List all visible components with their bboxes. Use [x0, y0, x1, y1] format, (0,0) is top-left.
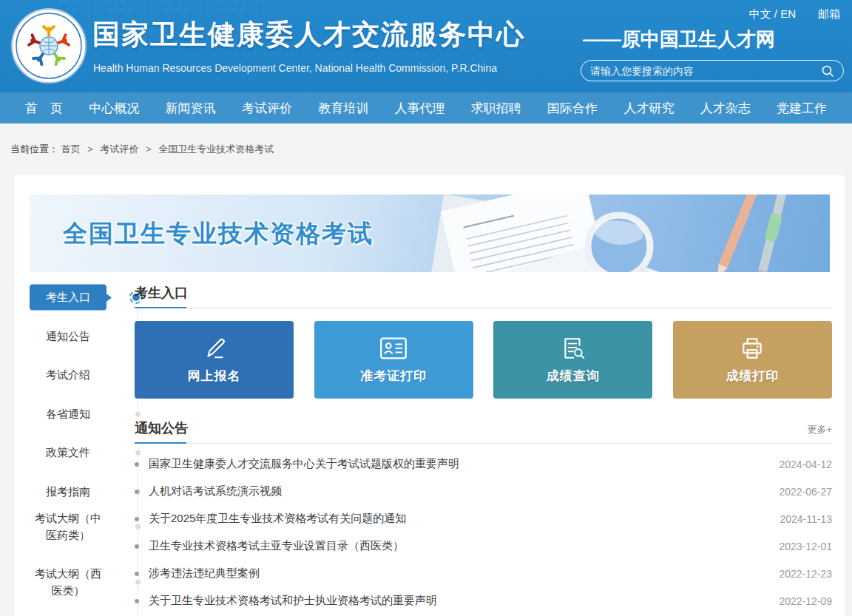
entry-button-label: 网上报名	[188, 368, 241, 385]
bullet-icon	[135, 490, 139, 494]
nav-item-exam[interactable]: 考试评价	[242, 100, 292, 117]
score-search-icon	[560, 336, 586, 361]
sidebar-item-syllabus-tcm[interactable]: 考试大纲（中医药类）	[30, 510, 106, 544]
banner-illustration	[416, 194, 830, 272]
notice-date: 2022-12-09	[779, 595, 832, 607]
sidebar-item-label: 政策文件	[46, 446, 90, 458]
section-divider	[135, 308, 832, 308]
sidebar-item-label: 考生入口	[46, 291, 90, 303]
sidebar-item-label: 考试大纲（中医药类）	[35, 512, 101, 541]
site-subtitle: Health Human Resources Development Cente…	[93, 62, 497, 74]
bullet-icon	[135, 599, 139, 603]
notice-date: 2022-12-23	[779, 568, 832, 580]
nav-item-education[interactable]: 教育培训	[318, 100, 368, 117]
notice-row[interactable]: 涉考违法违纪典型案例 2022-12-23	[135, 560, 832, 587]
more-link[interactable]: 更多+	[807, 423, 832, 436]
sidebar-item-guide[interactable]: 报考指南	[30, 483, 106, 500]
sidebar-item-policies[interactable]: 政策文件	[30, 444, 106, 461]
search-input[interactable]	[590, 65, 821, 77]
pencil-icon	[201, 336, 228, 361]
admission-ticket-print-button[interactable]: 准考证打印	[314, 321, 473, 399]
pen-shape	[754, 194, 792, 272]
notice-row[interactable]: 关于2025年度卫生专业技术资格考试有关问题的通知 2024-11-13	[135, 505, 832, 532]
nav-item-about[interactable]: 中心概况	[89, 100, 139, 117]
page-body: 当前位置： 首页 > 考试评价 > 全国卫生专业技术资格考试 全国卫生专业技术资…	[0, 123, 852, 616]
notice-title[interactable]: 卫生专业技术资格考试主亚专业设置目录（西医类）	[149, 539, 779, 553]
notice-row[interactable]: 关于卫生专业技术资格考试和护士执业资格考试的重要声明 2022-12-09	[135, 587, 832, 615]
main-nav: 首 页 中心概况 新闻资讯 考试评价 教育培训 人事代理 求职招聘 国际合作 人…	[0, 92, 852, 123]
sidebar-item-label: 考试大纲（西医类）	[35, 567, 101, 597]
page-banner: 全国卫生专业技术资格考试	[30, 194, 830, 272]
nav-item-research[interactable]: 人才研究	[623, 100, 674, 117]
notice-date: 2023-12-01	[779, 541, 832, 552]
nav-item-party[interactable]: 党建工作	[777, 100, 827, 117]
notice-section-title: 通知公告	[135, 420, 188, 436]
site-logo[interactable]	[10, 7, 87, 84]
sidebar-item-label: 报考指南	[46, 485, 90, 498]
site-header: 国家卫生健康委人才交流服务中心 Health Human Resources D…	[0, 0, 852, 92]
nav-item-jobs[interactable]: 求职招聘	[471, 100, 521, 117]
score-print-button[interactable]: 成绩打印	[673, 321, 832, 399]
sidebar-item-entry[interactable]: 考生入口	[30, 284, 106, 310]
site-alias: ——原中国卫生人才网	[583, 27, 775, 53]
main-content: 考生入口 网上报名	[135, 285, 832, 615]
score-query-button[interactable]: 成绩查询	[493, 321, 652, 399]
notice-title[interactable]: 关于2025年度卫生专业技术资格考试有关问题的通知	[149, 512, 780, 526]
nav-item-home[interactable]: 首 页	[25, 100, 63, 117]
lang-switch-link[interactable]: 中文 / EN	[749, 7, 796, 21]
sidebar-item-syllabus-western[interactable]: 考试大纲（西医类）	[30, 565, 106, 600]
bullet-icon	[135, 462, 139, 467]
pencil-shape	[713, 194, 760, 272]
search-box[interactable]	[581, 60, 844, 81]
notice-title[interactable]: 人机对话考试系统演示视频	[149, 484, 779, 498]
sidebar-item-exam-intro[interactable]: 考试介绍	[30, 366, 106, 383]
bullet-icon	[135, 572, 139, 576]
nav-item-magazine[interactable]: 人才杂志	[700, 100, 751, 117]
section-divider	[135, 443, 832, 444]
bullet-icon	[135, 544, 139, 549]
nav-item-hr-agency[interactable]: 人事代理	[394, 100, 444, 117]
notice-row[interactable]: 卫生专业技术资格考试主亚专业设置目录（西医类） 2023-12-01	[135, 532, 832, 560]
notice-date: 2024-11-13	[780, 513, 832, 525]
mail-link[interactable]: 邮箱	[818, 7, 840, 21]
entry-buttons: 网上报名 准考证打印	[135, 321, 832, 399]
site-title: 国家卫生健康委人才交流服务中心	[92, 16, 525, 53]
topbar: 中文 / EN 邮箱	[749, 7, 840, 21]
breadcrumb-current[interactable]: 全国卫生专业技术资格考试	[158, 143, 274, 155]
breadcrumb-separator: >	[87, 143, 93, 155]
nav-item-international[interactable]: 国际合作	[547, 100, 598, 117]
entry-button-label: 成绩查询	[547, 368, 600, 385]
sidebar-item-label: 通知公告	[46, 330, 90, 342]
breadcrumb-separator: >	[146, 143, 152, 155]
breadcrumb-label: 当前位置：	[10, 143, 58, 155]
notice-row[interactable]: 人机对话考试系统演示视频 2022-06-27	[135, 478, 832, 505]
sidebar-item-notices[interactable]: 通知公告	[30, 328, 106, 345]
entry-button-label: 准考证打印	[360, 368, 427, 385]
notice-title[interactable]: 国家卫生健康委人才交流服务中心关于考试试题版权的重要声明	[149, 457, 779, 471]
breadcrumb: 当前位置： 首页 > 考试评价 > 全国卫生专业技术资格考试	[0, 123, 852, 156]
entry-section-title: 考生入口	[135, 285, 188, 301]
notice-date: 2022-06-27	[779, 486, 832, 498]
sidebar-item-province-notices[interactable]: 各省通知	[30, 405, 106, 422]
online-registration-button[interactable]: 网上报名	[135, 321, 294, 399]
search-icon[interactable]	[821, 64, 834, 78]
banner-title: 全国卫生专业技术资格考试	[63, 217, 373, 250]
content-panel: 全国卫生专业技术资格考试	[15, 175, 845, 616]
notice-list: 国家卫生健康委人才交流服务中心关于考试试题版权的重要声明 2024-04-12 …	[135, 450, 832, 615]
notice-row[interactable]: 国家卫生健康委人才交流服务中心关于考试试题版权的重要声明 2024-04-12	[135, 450, 832, 478]
breadcrumb-exam[interactable]: 考试评价	[100, 143, 138, 155]
notice-section: 通知公告 更多+ 国家卫生健康委人才交流服务中心关于考试试题版权的重要声明 20…	[135, 420, 832, 615]
printer-icon	[739, 336, 765, 361]
entry-button-label: 成绩打印	[726, 368, 779, 385]
sidebar-item-label: 考试介绍	[46, 368, 90, 381]
id-card-icon	[379, 336, 408, 361]
notice-title[interactable]: 涉考违法违纪典型案例	[149, 566, 779, 581]
magnifier-icon	[588, 215, 657, 272]
notice-date: 2024-04-12	[779, 458, 832, 470]
bullet-icon	[135, 517, 139, 521]
notice-title[interactable]: 关于卫生专业技术资格考试和护士执业资格考试的重要声明	[149, 594, 779, 608]
sidebar-item-label: 各省通知	[46, 407, 90, 420]
nav-item-news[interactable]: 新闻资讯	[166, 100, 216, 117]
breadcrumb-home[interactable]: 首页	[61, 143, 81, 155]
